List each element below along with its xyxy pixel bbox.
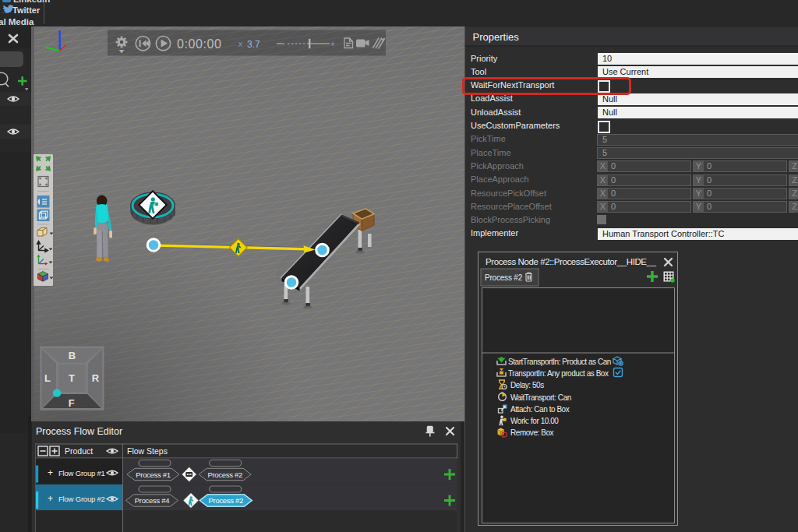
svg-text:Process #1: Process #1 (136, 470, 171, 479)
svg-text:Process #4: Process #4 (135, 496, 170, 505)
svg-text:+: + (48, 467, 53, 478)
svg-text:Work: for 10.00: Work: for 10.00 (510, 417, 559, 425)
svg-text:x: x (238, 40, 242, 48)
svg-text:WaitTransport: Can: WaitTransport: Can (510, 393, 571, 402)
svg-text:Process Node #2::ProcessExecut: Process Node #2::ProcessExecutor__HIDE__ (486, 257, 657, 266)
svg-text:Process Flow Editor: Process Flow Editor (36, 426, 122, 437)
svg-text:StartTransportIn: Product as C: StartTransportIn: Product as Can (508, 358, 611, 366)
svg-text:L: L (44, 372, 51, 384)
svg-text:0:00:00: 0:00:00 (177, 37, 222, 51)
svg-text:R: R (92, 372, 100, 384)
svg-text:LinkedIn: LinkedIn (13, 0, 50, 4)
svg-text:Flow Steps: Flow Steps (127, 446, 168, 456)
svg-text:Remove: Box: Remove: Box (510, 428, 554, 437)
svg-text:Twitter: Twitter (12, 5, 41, 15)
svg-text:al Media: al Media (0, 17, 34, 26)
svg-text:T: T (69, 372, 75, 384)
svg-text:F: F (69, 397, 75, 409)
svg-text:Flow Group #2: Flow Group #2 (58, 495, 105, 503)
svg-text:Process #2: Process #2 (207, 470, 242, 479)
svg-text:Flow Group #1: Flow Group #1 (58, 469, 105, 477)
svg-text:Delay: 50s: Delay: 50s (510, 381, 544, 389)
svg-text:B: B (69, 350, 76, 361)
svg-text:Attach: Can to Box: Attach: Can to Box (510, 405, 570, 414)
svg-text:+: + (330, 40, 335, 48)
svg-text:TransportIn: Any product as Bo: TransportIn: Any product as Box (508, 369, 609, 378)
svg-text:Product: Product (65, 446, 93, 456)
svg-text:Process #2: Process #2 (209, 496, 244, 505)
svg-text:+: + (48, 493, 53, 504)
svg-text:3.7: 3.7 (247, 39, 260, 50)
svg-text:Process #2: Process #2 (485, 273, 523, 282)
